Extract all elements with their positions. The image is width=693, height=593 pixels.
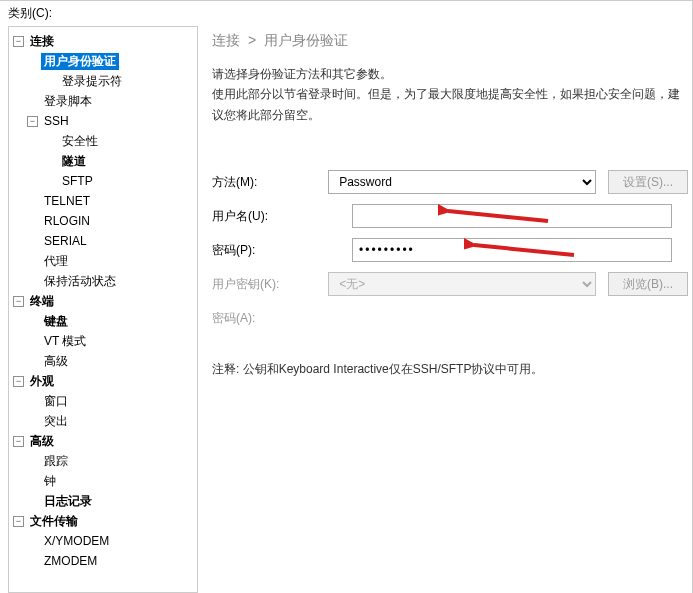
tree-label: 突出 <box>41 413 71 430</box>
tree-label: 隧道 <box>59 153 89 170</box>
settings-button[interactable]: 设置(S)... <box>608 170 688 194</box>
instructions: 请选择身份验证方法和其它参数。 使用此部分以节省登录时间。但是，为了最大限度地提… <box>208 60 692 165</box>
main-panel: 连接 > 用户身份验证 请选择身份验证方法和其它参数。 使用此部分以节省登录时间… <box>204 24 692 593</box>
tree-label: 终端 <box>27 293 57 310</box>
tree-spacer <box>27 256 38 267</box>
breadcrumb-parent: 连接 <box>212 32 240 48</box>
tree-node-adv1[interactable]: 高级 <box>11 351 195 371</box>
tree-node-auth[interactable]: 用户身份验证 <box>11 51 195 71</box>
tree-label: 安全性 <box>59 133 101 150</box>
tree-node-keyboard[interactable]: 键盘 <box>11 311 195 331</box>
tree-label: 文件传输 <box>27 513 81 530</box>
tree-spacer <box>27 276 38 287</box>
tree-spacer <box>27 496 38 507</box>
tree-node-xymodem[interactable]: X/YMODEM <box>11 531 195 551</box>
username-label: 用户名(U): <box>212 208 352 225</box>
tree-node-trace[interactable]: 跟踪 <box>11 451 195 471</box>
instructions-line1: 请选择身份验证方法和其它参数。 <box>212 64 688 84</box>
tree-spacer <box>27 216 38 227</box>
method-label: 方法(M): <box>212 174 328 191</box>
tree-label: 键盘 <box>41 313 71 330</box>
tree-label: 用户身份验证 <box>41 53 119 70</box>
tree-label: 代理 <box>41 253 71 270</box>
tree-spacer <box>27 536 38 547</box>
collapse-icon[interactable]: − <box>13 296 24 307</box>
collapse-icon[interactable]: − <box>13 36 24 47</box>
collapse-icon[interactable]: − <box>13 436 24 447</box>
tree-spacer <box>27 456 38 467</box>
tree-spacer <box>27 556 38 567</box>
tree-node-vtmode[interactable]: VT 模式 <box>11 331 195 351</box>
tree-label: 跟踪 <box>41 453 71 470</box>
tree-label: SSH <box>41 114 72 128</box>
userkey-select: <无> <box>328 272 596 296</box>
collapse-icon[interactable]: − <box>13 376 24 387</box>
tree-label: VT 模式 <box>41 333 89 350</box>
tree-spacer <box>45 156 56 167</box>
tree-node-conn[interactable]: −连接 <box>11 31 195 51</box>
tree-label: 登录脚本 <box>41 93 95 110</box>
tree-spacer <box>27 416 38 427</box>
browse-button[interactable]: 浏览(B)... <box>608 272 688 296</box>
username-input[interactable] <box>352 204 672 228</box>
tree-spacer <box>27 56 38 67</box>
tree-spacer <box>27 396 38 407</box>
tree-label: 保持活动状态 <box>41 273 119 290</box>
tree-spacer <box>27 356 38 367</box>
tree-node-telnet[interactable]: TELNET <box>11 191 195 211</box>
tree-node-advanced[interactable]: −高级 <box>11 431 195 451</box>
tree-node-keepalive[interactable]: 保持活动状态 <box>11 271 195 291</box>
collapse-icon[interactable]: − <box>27 116 38 127</box>
tree-label: 高级 <box>27 433 57 450</box>
tree-node-sftp[interactable]: SFTP <box>11 171 195 191</box>
tree-label: 连接 <box>27 33 57 50</box>
tree-label: 外观 <box>27 373 57 390</box>
tree-node-proxy[interactable]: 代理 <box>11 251 195 271</box>
collapse-icon[interactable]: − <box>13 516 24 527</box>
tree-node-zmodem[interactable]: ZMODEM <box>11 551 195 571</box>
tree-spacer <box>27 336 38 347</box>
tree-node-logging[interactable]: 日志记录 <box>11 491 195 511</box>
breadcrumb-current: 用户身份验证 <box>264 32 348 48</box>
tree-node-appearance[interactable]: −外观 <box>11 371 195 391</box>
userkey-label: 用户密钥(K): <box>212 276 328 293</box>
tree-label: 日志记录 <box>41 493 95 510</box>
password-input[interactable] <box>352 238 672 262</box>
tree-spacer <box>27 196 38 207</box>
tree-spacer <box>27 96 38 107</box>
tree-label: RLOGIN <box>41 214 93 228</box>
tree-node-serial[interactable]: SERIAL <box>11 231 195 251</box>
tree-spacer <box>45 176 56 187</box>
breadcrumb: 连接 > 用户身份验证 <box>208 28 692 60</box>
breadcrumb-sep: > <box>248 32 256 48</box>
tree-node-window[interactable]: 窗口 <box>11 391 195 411</box>
tree-spacer <box>27 236 38 247</box>
category-tree: −连接用户身份验证登录提示符登录脚本−SSH安全性隧道SFTPTELNETRLO… <box>8 26 198 593</box>
tree-label: 窗口 <box>41 393 71 410</box>
tree-label: SFTP <box>59 174 96 188</box>
tree-node-ssh[interactable]: −SSH <box>11 111 195 131</box>
tree-label: SERIAL <box>41 234 90 248</box>
tree-label: ZMODEM <box>41 554 100 568</box>
auth-form: 方法(M): Password 设置(S)... 用户名(U): 密码(P): … <box>208 165 692 335</box>
tree-label: 高级 <box>41 353 71 370</box>
instructions-line2: 使用此部分以节省登录时间。但是，为了最大限度地提高安全性，如果担心安全问题，建议… <box>212 84 688 125</box>
password-label: 密码(P): <box>212 242 352 259</box>
tree-node-rlogin[interactable]: RLOGIN <box>11 211 195 231</box>
tree-node-tunnel[interactable]: 隧道 <box>11 151 195 171</box>
tree-node-bell[interactable]: 钟 <box>11 471 195 491</box>
tree-node-loginscript[interactable]: 登录脚本 <box>11 91 195 111</box>
tree-node-filetrans[interactable]: −文件传输 <box>11 511 195 531</box>
tree-node-terminal[interactable]: −终端 <box>11 291 195 311</box>
tree-node-security[interactable]: 安全性 <box>11 131 195 151</box>
method-select[interactable]: Password <box>328 170 596 194</box>
tree-spacer <box>45 76 56 87</box>
tree-node-highlight[interactable]: 突出 <box>11 411 195 431</box>
note-text: 注释: 公钥和Keyboard Interactive仅在SSH/SFTP协议中… <box>208 361 692 378</box>
category-label: 类别(C): <box>0 1 692 24</box>
tree-label: X/YMODEM <box>41 534 112 548</box>
tree-node-loginprompt[interactable]: 登录提示符 <box>11 71 195 91</box>
passphrase-label: 密码(A): <box>212 310 352 327</box>
tree-label: 钟 <box>41 473 59 490</box>
tree-label: TELNET <box>41 194 93 208</box>
